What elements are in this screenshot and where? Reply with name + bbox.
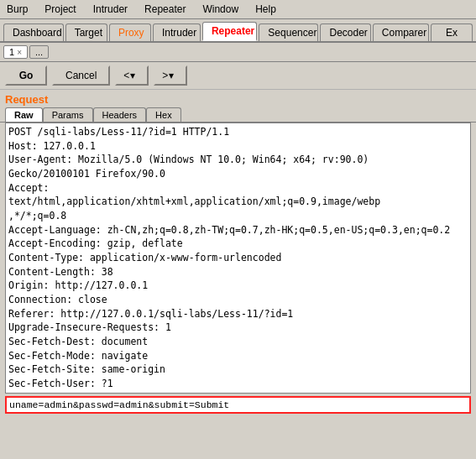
- instance-close-icon[interactable]: ×: [17, 48, 22, 57]
- payload-line: uname=admin&passwd=admin&submit=Submit: [5, 396, 471, 414]
- instance-bar: 1 × ...: [0, 43, 476, 62]
- menu-burp[interactable]: Burp: [3, 2, 31, 17]
- tab-target[interactable]: Target: [65, 23, 107, 41]
- menu-help[interactable]: Help: [252, 2, 280, 17]
- inner-tab-headers[interactable]: Headers: [93, 107, 147, 122]
- inner-tab-raw[interactable]: Raw: [5, 107, 43, 122]
- back-dropdown-icon: ▾: [130, 70, 135, 81]
- inner-tab-params[interactable]: Params: [43, 107, 93, 122]
- forward-button[interactable]: > ▾: [154, 65, 187, 86]
- menu-bar: Burp Project Intruder Repeater Window He…: [0, 0, 476, 19]
- tab-sequencer[interactable]: Sequencer: [259, 23, 318, 41]
- menu-window[interactable]: Window: [199, 2, 242, 17]
- request-body[interactable]: POST /sqli-labs/Less-11/?id=1 HTTP/1.1 H…: [5, 123, 471, 394]
- tab-proxy[interactable]: Proxy: [109, 23, 151, 41]
- request-section-title: Request: [0, 90, 476, 107]
- forward-arrow-icon: >: [162, 70, 168, 81]
- tab-dashboard[interactable]: Dashboard: [3, 23, 64, 41]
- back-button[interactable]: < ▾: [115, 65, 149, 86]
- menu-repeater[interactable]: Repeater: [141, 2, 189, 17]
- main-tab-bar: Dashboard Target Proxy Intruder Repeater…: [0, 19, 476, 43]
- menu-project[interactable]: Project: [41, 2, 79, 17]
- forward-dropdown-icon: ▾: [169, 70, 174, 81]
- inner-tab-bar: Raw Params Headers Hex: [0, 107, 476, 123]
- menu-intruder[interactable]: Intruder: [90, 2, 131, 17]
- inner-tab-hex[interactable]: Hex: [146, 107, 181, 122]
- instance-ellipsis-button[interactable]: ...: [29, 45, 49, 59]
- back-arrow-icon: <: [123, 70, 129, 81]
- tab-ex[interactable]: Ex: [431, 23, 473, 41]
- cancel-button[interactable]: Cancel: [52, 65, 110, 86]
- instance-tab-number: 1: [9, 47, 14, 57]
- request-text: POST /sqli-labs/Less-11/?id=1 HTTP/1.1 H…: [8, 125, 468, 391]
- tab-intruder[interactable]: Intruder: [153, 23, 201, 41]
- instance-tab-1[interactable]: 1 ×: [3, 45, 28, 59]
- toolbar: Go Cancel < ▾ > ▾: [0, 62, 476, 90]
- go-button[interactable]: Go: [5, 65, 47, 86]
- tab-decoder[interactable]: Decoder: [320, 23, 370, 41]
- tab-comparer[interactable]: Comparer: [373, 23, 429, 41]
- tab-repeater[interactable]: Repeater: [202, 22, 257, 41]
